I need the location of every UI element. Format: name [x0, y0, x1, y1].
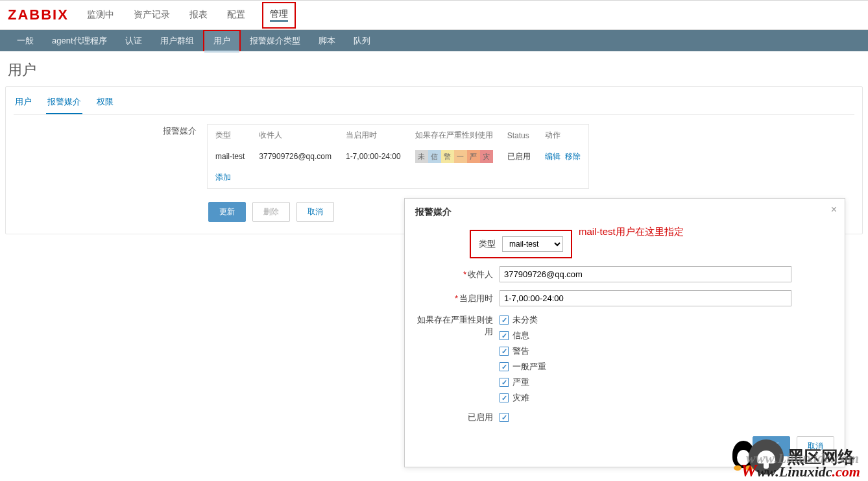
severity-badge: 信	[428, 150, 441, 163]
remove-link[interactable]: 移除	[565, 152, 581, 161]
nav-reports[interactable]: 报表	[187, 1, 210, 29]
subnav-general[interactable]: 一般	[8, 30, 43, 51]
cell-actions: 编辑 移除	[538, 146, 587, 167]
severity-badge: 严	[467, 150, 480, 163]
type-label: 类型	[479, 238, 496, 250]
subnav-mediatypes[interactable]: 报警媒介类型	[241, 30, 309, 51]
table-row: mail-test 377909726@qq.com 1-7,00:00-24:…	[209, 146, 587, 167]
nav-monitoring[interactable]: 监测中	[84, 1, 117, 29]
tab-user[interactable]: 用户	[14, 93, 33, 114]
col-severity: 如果存在严重性则使用	[409, 126, 500, 145]
watermark-main: Www.Linuxidc.com	[741, 460, 860, 481]
subnav-auth[interactable]: 认证	[116, 30, 151, 51]
severity-list: 未分类信息警告一般严重严重灾难	[500, 314, 546, 404]
severity-text: 未分类	[512, 314, 538, 326]
enabled-checkbox[interactable]	[500, 413, 509, 422]
close-icon[interactable]: ×	[831, 204, 837, 216]
sub-nav: 一般 agent代理程序 认证 用户群组 用户 报警媒介类型 脚本 队列	[0, 30, 868, 51]
severity-badge: 警	[441, 150, 454, 163]
subnav-queue[interactable]: 队列	[344, 30, 380, 51]
cell-status: 已启用	[501, 146, 537, 167]
dialog-title: 报警媒介	[415, 206, 834, 218]
col-recipient: 收件人	[252, 126, 338, 145]
severity-checkbox[interactable]	[500, 393, 509, 402]
dialog-annotation: mail-test用户在这里指定	[579, 226, 684, 238]
tab-permissions[interactable]: 权限	[95, 93, 115, 114]
severity-row: 灾难	[500, 392, 546, 404]
top-bar: ZABBIX 监测中 资产记录 报表 配置 管理	[0, 0, 868, 30]
type-select[interactable]: mail-test	[502, 236, 563, 252]
recipient-input[interactable]	[500, 266, 791, 282]
severity-badge: 未	[415, 150, 428, 163]
type-highlight: 类型 mail-test	[470, 230, 572, 258]
add-link[interactable]: 添加	[215, 173, 231, 182]
subnav-highlight-users: 用户	[203, 30, 241, 51]
severity-text: 一般严重	[512, 361, 546, 373]
severity-checkbox[interactable]	[500, 315, 509, 325]
col-when: 当启用时	[339, 126, 407, 145]
severity-checkbox[interactable]	[500, 331, 509, 340]
severity-text: 信息	[512, 330, 529, 341]
media-section: 报警媒介 类型 收件人 当启用时 如果存在严重性则使用 Status 动作 ma…	[163, 124, 854, 189]
cell-recipient: 377909726@qq.com	[252, 146, 338, 167]
logo: ZABBIX	[8, 6, 69, 23]
nav-configuration[interactable]: 配置	[224, 1, 248, 29]
severity-row: 警告	[500, 345, 546, 357]
nav-administration[interactable]: 管理	[270, 8, 288, 22]
severity-row: 严重	[500, 376, 546, 388]
severity-label: 如果存在严重性则使用	[415, 314, 500, 338]
severity-text: 警告	[512, 345, 529, 357]
nav-inventory[interactable]: 资产记录	[131, 1, 173, 29]
watermark-linuxidc: www.Linuxidc.com Www.Linuxidc.com	[741, 460, 860, 481]
severity-row: 未分类	[500, 314, 546, 326]
when-label: *当启用时	[415, 293, 500, 304]
delete-button: 删除	[252, 202, 290, 222]
subnav-usergroups[interactable]: 用户群组	[151, 30, 203, 51]
severity-badge: 灾	[480, 150, 493, 163]
table-header-row: 类型 收件人 当启用时 如果存在严重性则使用 Status 动作	[209, 126, 587, 145]
page-title: 用户	[0, 51, 868, 86]
enabled-label: 已启用	[415, 412, 500, 423]
col-status: Status	[501, 126, 537, 145]
when-input[interactable]	[500, 290, 791, 306]
media-dialog: × 报警媒介 mail-test用户在这里指定 类型 mail-test *收件…	[404, 198, 845, 467]
severity-text: 灾难	[512, 392, 529, 404]
col-type: 类型	[209, 126, 251, 145]
nav-highlight-admin: 管理	[262, 2, 296, 29]
severity-row: 一般严重	[500, 361, 546, 373]
top-nav: 监测中 资产记录 报表 配置 管理	[84, 1, 296, 29]
severity-text: 严重	[512, 376, 529, 388]
media-label: 报警媒介	[163, 124, 197, 189]
severity-badge: 一	[454, 150, 467, 163]
severity-checkbox[interactable]	[500, 362, 509, 371]
severity-checkbox[interactable]	[500, 347, 509, 356]
cancel-button[interactable]: 取消	[296, 202, 334, 222]
subnav-users[interactable]: 用户	[204, 31, 239, 53]
cell-when: 1-7,00:00-24:00	[339, 146, 407, 167]
edit-link[interactable]: 编辑	[545, 152, 561, 161]
subnav-scripts[interactable]: 脚本	[309, 30, 344, 51]
severity-row: 信息	[500, 330, 546, 341]
col-action: 动作	[538, 126, 587, 145]
cell-severity: 未信警一严灾	[409, 146, 500, 167]
update-button[interactable]: 更新	[208, 202, 246, 222]
tabs: 用户 报警媒介 权限	[14, 93, 854, 115]
cell-type: mail-test	[209, 146, 251, 167]
severity-checkbox[interactable]	[500, 378, 509, 387]
recipient-label: *收件人	[415, 269, 500, 280]
media-table: 类型 收件人 当启用时 如果存在严重性则使用 Status 动作 mail-te…	[207, 124, 589, 189]
tab-media[interactable]: 报警媒介	[46, 93, 82, 114]
table-row-add: 添加	[209, 168, 587, 187]
subnav-proxies[interactable]: agent代理程序	[43, 30, 116, 51]
